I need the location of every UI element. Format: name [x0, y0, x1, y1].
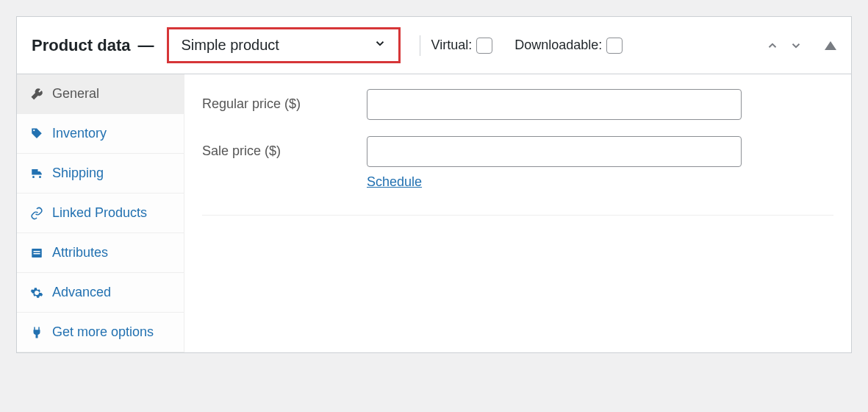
tab-shipping[interactable]: Shipping: [17, 154, 184, 193]
tab-inventory[interactable]: Inventory: [17, 114, 184, 154]
panel-order-controls: [764, 38, 836, 54]
wrench-icon: [30, 88, 43, 101]
panel-title: Product data: [32, 36, 130, 55]
chevron-down-icon: [373, 37, 387, 54]
svg-rect-1: [34, 251, 40, 252]
tab-advanced[interactable]: Advanced: [17, 273, 184, 313]
downloadable-label: Downloadable:: [514, 38, 602, 53]
tab-general[interactable]: General: [17, 74, 184, 114]
sidebar-item-label: Attributes: [52, 245, 108, 260]
list-icon: [30, 246, 43, 260]
move-up-icon[interactable]: [764, 38, 781, 54]
truck-icon: [30, 167, 43, 180]
move-down-icon[interactable]: [788, 38, 804, 54]
sidebar-item-label: Shipping: [52, 166, 104, 181]
sale-price-row: Sale price ($) Schedule: [202, 136, 833, 190]
tab-attributes[interactable]: Attributes: [17, 233, 184, 273]
product-data-panel: Product data — Simple product Virtual: D…: [16, 16, 852, 353]
gear-icon: [30, 286, 43, 299]
downloadable-group: Downloadable:: [514, 38, 623, 54]
link-icon: [30, 207, 43, 220]
sidebar-item-label: Inventory: [52, 126, 107, 141]
sidebar-item-label: General: [52, 86, 99, 102]
schedule-link[interactable]: Schedule: [367, 174, 422, 190]
general-tab-content: Regular price ($) Sale price ($) Schedul…: [184, 74, 851, 352]
sidebar-item-label: Linked Products: [52, 205, 147, 221]
regular-price-input[interactable]: [367, 89, 742, 120]
virtual-checkbox[interactable]: [476, 38, 492, 54]
plug-icon: [30, 326, 43, 339]
sidebar-item-label: Advanced: [52, 285, 111, 300]
regular-price-label: Regular price ($): [202, 89, 367, 112]
product-type-select[interactable]: Simple product: [167, 27, 401, 63]
sale-price-label: Sale price ($): [202, 136, 367, 159]
panel-body: General Inventory Shipping Linked Produc…: [17, 74, 851, 352]
tab-get-more-options[interactable]: Get more options: [17, 313, 184, 352]
downloadable-checkbox[interactable]: [606, 38, 623, 54]
product-type-value: Simple product: [181, 37, 279, 54]
virtual-label: Virtual:: [431, 38, 472, 53]
toggle-panel-icon[interactable]: [825, 41, 836, 50]
sidebar-item-label: Get more options: [52, 324, 154, 340]
regular-price-row: Regular price ($): [202, 89, 833, 120]
virtual-group: Virtual:: [431, 38, 492, 54]
tag-icon: [30, 127, 43, 141]
content-divider: [202, 215, 833, 216]
tab-linked-products[interactable]: Linked Products: [17, 193, 184, 233]
product-data-tabs: General Inventory Shipping Linked Produc…: [17, 74, 184, 352]
panel-header: Product data — Simple product Virtual: D…: [17, 17, 851, 74]
header-divider: [420, 35, 420, 56]
svg-rect-2: [34, 253, 40, 255]
sale-price-input[interactable]: [367, 136, 742, 167]
title-separator: —: [137, 36, 154, 55]
